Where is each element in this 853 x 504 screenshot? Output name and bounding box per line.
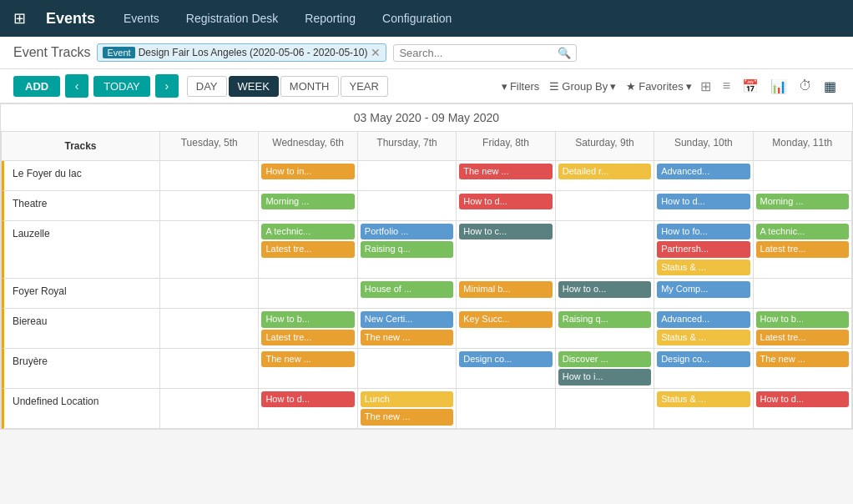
event-tag-label: Event: [103, 47, 134, 58]
event-block[interactable]: How to fo...: [657, 224, 750, 239]
event-block[interactable]: How to d...: [657, 194, 750, 209]
view-buttons: DAY WEEK MONTH YEAR: [187, 76, 388, 97]
search-input[interactable]: [399, 47, 558, 59]
favorites-button[interactable]: ★ Favorites ▾: [626, 80, 691, 93]
group-by-button[interactable]: ☰ Group By ▾: [549, 80, 616, 93]
event-block[interactable]: The new ...: [756, 351, 849, 367]
event-block[interactable]: The new ...: [261, 351, 354, 367]
track-cell: Design co...: [457, 349, 555, 389]
event-block[interactable]: How to d...: [261, 391, 354, 407]
track-cell: Advanced...: [654, 161, 753, 191]
event-block[interactable]: The new ...: [361, 330, 453, 345]
event-block[interactable]: A technic...: [261, 224, 354, 239]
track-cell: [556, 389, 654, 429]
next-button[interactable]: ›: [155, 74, 179, 98]
event-block[interactable]: My Comp...: [657, 281, 750, 297]
event-block[interactable]: Detailed r...: [558, 164, 651, 179]
calendar-view-icon[interactable]: 📅: [739, 77, 762, 96]
event-block[interactable]: Advanced...: [657, 311, 750, 327]
event-block[interactable]: The new ...: [361, 409, 453, 425]
track-cell: House of ...: [358, 279, 457, 309]
event-block[interactable]: Design co...: [459, 351, 552, 367]
clock-view-icon[interactable]: ⏱: [795, 77, 815, 95]
event-block[interactable]: Raising q...: [558, 311, 651, 327]
track-cell: [160, 389, 259, 429]
view-month[interactable]: MONTH: [280, 76, 339, 97]
chart-view-icon[interactable]: 📊: [767, 77, 790, 96]
track-label: Lauzelle: [2, 221, 160, 279]
track-cell: Raising q...: [556, 309, 654, 349]
add-button[interactable]: ADD: [13, 76, 60, 97]
event-block[interactable]: Status & ...: [657, 260, 750, 275]
calendar-container: 03 May 2020 - 09 May 2020 TracksTuesday,…: [0, 103, 853, 430]
app-grid-icon[interactable]: ⊞: [13, 9, 26, 28]
event-block[interactable]: Latest tre...: [261, 241, 354, 257]
filter-close-btn[interactable]: ✕: [371, 46, 381, 59]
event-block[interactable]: Status & ...: [657, 330, 750, 345]
track-cell: LunchThe new ...: [358, 389, 457, 429]
prev-button[interactable]: ‹: [65, 74, 88, 98]
track-cell: Status & ...: [654, 389, 753, 429]
filter-icon: ▾: [502, 80, 507, 93]
nav-reporting[interactable]: Reporting: [300, 10, 361, 27]
favorites-star-icon: ★: [626, 80, 636, 93]
track-cell: The new ...: [754, 349, 852, 389]
event-block[interactable]: House of ...: [361, 281, 453, 297]
event-block[interactable]: Minimal b...: [459, 281, 552, 297]
event-block[interactable]: Advanced...: [657, 164, 750, 179]
event-block[interactable]: Latest tre...: [261, 330, 354, 345]
event-block[interactable]: Raising q...: [361, 241, 453, 257]
track-cell: The new ...: [259, 349, 357, 389]
track-cell: Design co...: [654, 349, 753, 389]
nav-registration[interactable]: Registration Desk: [181, 10, 284, 27]
event-block[interactable]: The new ...: [459, 164, 552, 179]
app-title: Events: [46, 10, 95, 28]
page-title: Event Tracks: [13, 45, 90, 60]
track-cell: Advanced...Status & ...: [654, 309, 753, 349]
track-cell: Morning ...: [754, 191, 852, 221]
track-cell: My Comp...: [654, 279, 753, 309]
event-block[interactable]: How to b...: [261, 311, 354, 327]
filters-button[interactable]: ▾ Filters: [502, 80, 539, 93]
event-block[interactable]: How to c...: [459, 224, 552, 239]
event-block[interactable]: Lunch: [361, 391, 453, 407]
view-year[interactable]: YEAR: [341, 76, 388, 97]
track-label: Biereau: [2, 309, 160, 349]
event-block[interactable]: Morning ...: [756, 194, 849, 209]
event-block[interactable]: Discover ...: [558, 351, 651, 367]
today-button[interactable]: TODAY: [93, 76, 150, 97]
event-block[interactable]: How to b...: [756, 311, 849, 327]
view-day[interactable]: DAY: [187, 76, 227, 97]
track-cell: [556, 221, 654, 279]
track-cell: A technic...Latest tre...: [754, 221, 852, 279]
filter-bar: Event Tracks Event Design Fair Los Angel…: [0, 37, 853, 69]
event-block[interactable]: A technic...: [756, 224, 849, 239]
event-block[interactable]: New Certi...: [361, 311, 453, 327]
day-col-header-3: Thursday, 7th: [358, 132, 457, 161]
event-block[interactable]: Status & ...: [657, 391, 750, 407]
event-block[interactable]: Partnersh...: [657, 241, 750, 257]
event-block[interactable]: Design co...: [657, 351, 750, 367]
track-cell: How to b...Latest tre...: [259, 309, 357, 349]
track-cell: Minimal b...: [457, 279, 555, 309]
event-block[interactable]: How to d...: [756, 391, 849, 407]
nav-configuration[interactable]: Configuration: [377, 10, 457, 27]
event-block[interactable]: How to d...: [459, 194, 552, 209]
event-block[interactable]: Key Succ...: [459, 311, 552, 327]
track-cell: The new ...: [457, 161, 555, 191]
track-view-icon[interactable]: ▦: [820, 77, 840, 96]
event-block[interactable]: How to in...: [261, 164, 354, 179]
event-block[interactable]: How to o...: [558, 281, 651, 297]
track-cell: Portfolio ...Raising q...: [358, 221, 457, 279]
view-week[interactable]: WEEK: [229, 76, 279, 97]
event-block[interactable]: Portfolio ...: [361, 224, 453, 239]
track-label: Bruyère: [2, 349, 160, 389]
track-cell: [754, 279, 852, 309]
event-block[interactable]: Morning ...: [261, 194, 354, 209]
event-block[interactable]: Latest tre...: [756, 330, 849, 345]
event-block[interactable]: How to i...: [558, 369, 651, 385]
nav-events[interactable]: Events: [119, 10, 164, 27]
grid-view-icon[interactable]: ⊞: [697, 77, 714, 96]
event-block[interactable]: Latest tre...: [756, 241, 849, 257]
list-view-icon[interactable]: ≡: [719, 77, 734, 95]
